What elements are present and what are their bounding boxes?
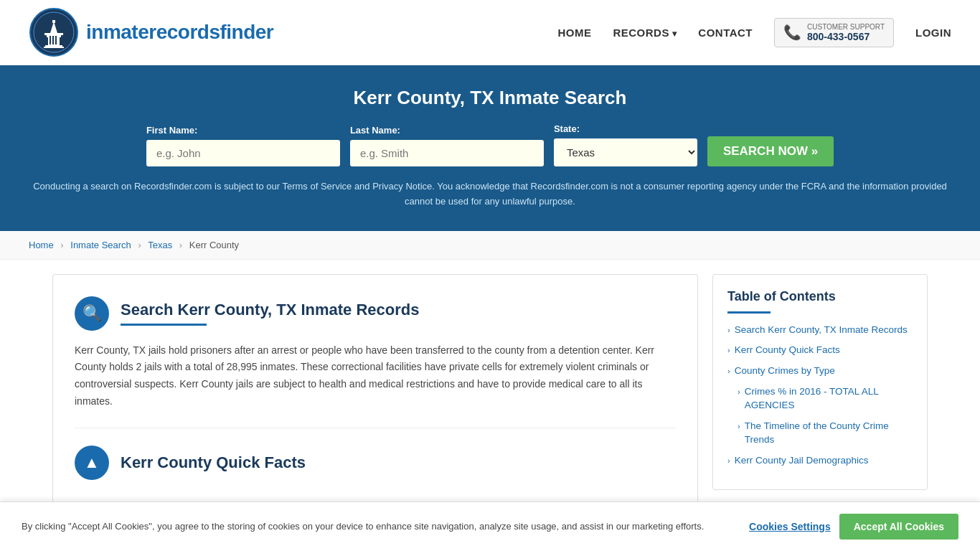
breadcrumb-current: Kerr County (189, 240, 239, 250)
section1-header: 🔍 Search Kerr County, TX Inmate Records (75, 296, 676, 331)
cookie-settings-button[interactable]: Cookies Settings (749, 521, 831, 532)
main-content: 🔍 Search Kerr County, TX Inmate Records … (52, 274, 698, 519)
section2-title: Kerr County Quick Facts (121, 453, 306, 472)
chevron-icon: › (727, 326, 730, 334)
svg-rect-9 (55, 36, 57, 44)
last-name-label: Last Name: (350, 125, 400, 136)
disclaimer-text: Conducting a search on Recordsfinder.com… (29, 179, 951, 209)
section2-header: ▲ Kerr County Quick Facts (75, 446, 676, 480)
chevron-icon: › (727, 456, 730, 465)
breadcrumb-inmate-search[interactable]: Inmate Search (70, 240, 131, 250)
nav-home[interactable]: HOME (557, 27, 591, 39)
nav-contact[interactable]: CONTACT (698, 27, 753, 39)
svg-rect-4 (44, 33, 63, 35)
section1-underline (121, 324, 207, 326)
toc-item: ›Kerr County Jail Demographics (727, 454, 913, 468)
svg-rect-8 (52, 36, 54, 44)
toc-link[interactable]: County Crimes by Type (735, 364, 835, 378)
breadcrumb: Home › Inmate Search › Texas › Kerr Coun… (0, 231, 980, 260)
inmate-records-section: 🔍 Search Kerr County, TX Inmate Records … (75, 296, 676, 428)
search-button[interactable]: SEARCH NOW » (707, 136, 834, 166)
quick-facts-icon: ▲ (75, 446, 109, 480)
cookie-text: By clicking "Accept All Cookies", you ag… (22, 519, 735, 534)
login-button[interactable]: LOGIN (915, 27, 951, 39)
toc-box: Table of Contents ›Search Kerr County, T… (712, 274, 928, 490)
cookie-banner: By clicking "Accept All Cookies", you ag… (0, 501, 980, 534)
toc-items: ›Search Kerr County, TX Inmate Records›K… (727, 324, 913, 468)
last-name-input[interactable] (350, 140, 544, 166)
toc-divider (727, 311, 771, 314)
quick-facts-section: ▲ Kerr County Quick Facts (75, 446, 676, 497)
cookie-accept-button[interactable]: Accept All Cookies (839, 514, 958, 534)
section1-title-block: Search Kerr County, TX Inmate Records (121, 301, 420, 326)
support-phone: 800-433-0567 (807, 31, 885, 42)
customer-support-box: 📞 CUSTOMER SUPPORT 800-433-0567 (774, 18, 894, 47)
chevron-icon: › (727, 367, 730, 375)
site-header: inmaterecordsfinder HOME RECORDS CONTACT… (0, 0, 980, 65)
chevron-icon: › (727, 346, 730, 354)
toc-link[interactable]: Kerr County Quick Facts (735, 344, 840, 357)
breadcrumb-sep-2: › (138, 240, 141, 250)
toc-item: ›County Crimes by Type (727, 364, 913, 378)
first-name-label: First Name: (146, 125, 198, 136)
main-layout: 🔍 Search Kerr County, TX Inmate Records … (24, 274, 956, 519)
toc-item: ›Crimes % in 2016 - TOTAL ALL AGENCIES (727, 385, 913, 413)
support-text: CUSTOMER SUPPORT 800-433-0567 (807, 23, 885, 42)
state-select[interactable]: AlabamaAlaskaArizonaArkansasCaliforniaCo… (554, 138, 697, 166)
logo[interactable]: inmaterecordsfinder (29, 7, 273, 57)
search-circle-icon: 🔍 (75, 296, 109, 331)
support-label: CUSTOMER SUPPORT (807, 23, 885, 31)
toc-link[interactable]: Kerr County Jail Demographics (735, 454, 869, 468)
hero-title: Kerr County, TX Inmate Search (29, 87, 951, 109)
cookie-actions: Cookies Settings Accept All Cookies (749, 514, 958, 534)
svg-rect-10 (45, 45, 62, 47)
main-nav: HOME RECORDS CONTACT 📞 CUSTOMER SUPPORT … (557, 18, 951, 47)
breadcrumb-sep-3: › (179, 240, 182, 250)
toc-title: Table of Contents (727, 289, 913, 304)
phone-icon: 📞 (783, 24, 801, 41)
nav-records[interactable]: RECORDS (613, 27, 677, 39)
breadcrumb-sep-1: › (60, 240, 63, 250)
toc-link[interactable]: Search Kerr County, TX Inmate Records (735, 324, 908, 337)
sidebar: Table of Contents ›Search Kerr County, T… (712, 274, 928, 490)
first-name-input[interactable] (146, 140, 340, 166)
svg-rect-6 (52, 20, 55, 23)
section1-title: Search Kerr County, TX Inmate Records (121, 301, 420, 319)
toc-item: ›Search Kerr County, TX Inmate Records (727, 324, 913, 337)
logo-icon (29, 7, 79, 57)
toc-link[interactable]: Crimes % in 2016 - TOTAL ALL AGENCIES (745, 385, 913, 413)
chevron-icon: › (738, 387, 740, 396)
state-label: State: (554, 123, 580, 134)
svg-rect-11 (44, 47, 64, 48)
toc-item: ›The Timeline of the County Crime Trends (727, 420, 913, 447)
toc-link[interactable]: The Timeline of the County Crime Trends (745, 420, 913, 447)
last-name-group: Last Name: (350, 125, 544, 166)
logo-text: inmaterecordsfinder (86, 21, 273, 44)
breadcrumb-texas[interactable]: Texas (148, 240, 172, 250)
svg-rect-7 (50, 36, 51, 44)
hero-section: Kerr County, TX Inmate Search First Name… (0, 65, 980, 231)
search-form: First Name: Last Name: State: AlabamaAla… (29, 123, 951, 166)
breadcrumb-home[interactable]: Home (29, 240, 54, 250)
toc-item: ›Kerr County Quick Facts (727, 344, 913, 357)
first-name-group: First Name: (146, 125, 340, 166)
section1-body: Kerr County, TX jails hold prisoners aft… (75, 342, 676, 410)
state-group: State: AlabamaAlaskaArizonaArkansasCalif… (554, 123, 697, 166)
chevron-icon: › (738, 422, 740, 430)
